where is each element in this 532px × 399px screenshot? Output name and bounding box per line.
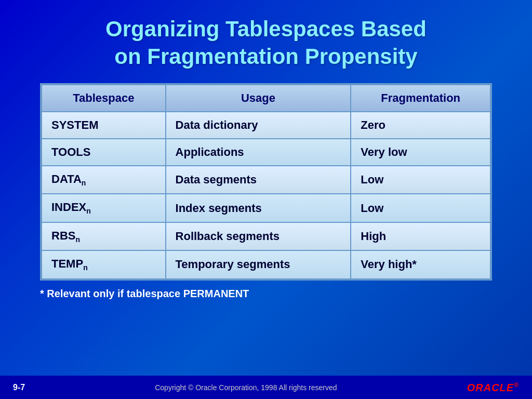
table-header-row: Tablespace Usage Fragmentation [42,85,490,112]
header-usage: Usage [166,85,351,112]
table-row: TOOLSApplicationsVery low [42,139,490,166]
footer: 9-7 Copyright © Oracle Corporation, 1998… [0,376,532,399]
cell-usage: Applications [166,139,351,166]
page-number: 9-7 [13,383,25,392]
title-line2: on Fragmentation Propensity [114,44,417,69]
copyright: Copyright © Oracle Corporation, 1998 All… [155,383,337,392]
table-row: SYSTEMData dictionaryZero [42,112,490,139]
cell-fragmentation: Very high* [351,250,490,278]
title-line1: Organizing Tablespaces Based [105,17,427,41]
header-tablespace: Tablespace [42,85,166,112]
cell-fragmentation: Zero [351,112,490,139]
table-row: TEMPnTemporary segmentsVery high* [42,250,490,278]
header-fragmentation: Fragmentation [351,85,490,112]
cell-fragmentation: Very low [351,139,490,166]
cell-usage: Rollback segments [166,222,351,250]
cell-fragmentation: Low [351,166,490,194]
fragmentation-table: Tablespace Usage Fragmentation SYSTEMDat… [41,84,491,280]
table-row: DATAnData segmentsLow [42,166,490,194]
cell-usage: Data segments [166,166,351,194]
cell-tablespace: SYSTEM [42,112,166,139]
main-table-wrapper: Tablespace Usage Fragmentation SYSTEMDat… [40,83,492,281]
oracle-logo: ORACLE® [467,381,519,394]
cell-tablespace: INDEXn [42,194,166,222]
footnote: * Relevant only if tablespace PERMANENT [40,288,492,300]
cell-tablespace: TEMPn [42,250,166,278]
cell-usage: Data dictionary [166,112,351,139]
cell-tablespace: RBSn [42,222,166,250]
table-row: RBSnRollback segmentsHigh [42,222,490,250]
cell-fragmentation: Low [351,194,490,222]
table-row: INDEXnIndex segmentsLow [42,194,490,222]
cell-usage: Temporary segments [166,250,351,278]
cell-fragmentation: High [351,222,490,250]
cell-tablespace: TOOLS [42,139,166,166]
slide-title: Organizing Tablespaces Based on Fragment… [105,16,427,70]
cell-tablespace: DATAn [42,166,166,194]
cell-usage: Index segments [166,194,351,222]
